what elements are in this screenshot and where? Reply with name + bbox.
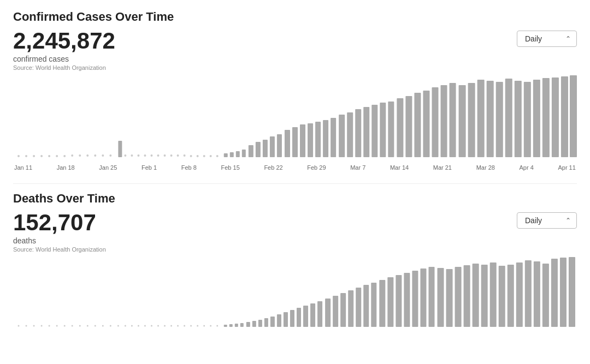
svg-point-76 (49, 325, 50, 327)
deaths-dropdown[interactable]: Daily ⌃ (517, 212, 577, 229)
svg-rect-142 (534, 261, 540, 327)
svg-point-100 (216, 325, 218, 327)
svg-point-93 (170, 325, 172, 327)
svg-point-22 (177, 154, 179, 157)
svg-point-94 (177, 325, 179, 327)
svg-point-95 (184, 325, 185, 327)
confirmed-x-axis: Jan 11 Jan 18 Jan 25 Feb 1 Feb 8 Feb 15 … (13, 164, 577, 171)
svg-rect-103 (235, 324, 238, 327)
deaths-chart-area (13, 257, 577, 339)
x-label: Feb 22 (264, 164, 282, 171)
svg-rect-129 (420, 268, 426, 327)
x-label: Mar 28 (476, 164, 495, 171)
svg-rect-31 (236, 151, 240, 157)
svg-rect-71 (570, 75, 577, 157)
svg-rect-136 (481, 265, 488, 327)
chevron-down-icon: ⌃ (565, 35, 571, 43)
svg-rect-132 (446, 269, 453, 327)
svg-point-17 (144, 154, 146, 157)
svg-point-25 (197, 155, 199, 157)
svg-point-82 (95, 325, 96, 327)
svg-rect-107 (258, 320, 262, 327)
svg-point-7 (71, 154, 73, 157)
svg-rect-54 (414, 93, 421, 157)
confirmed-chart-area: Jan 11 Jan 18 Jan 25 Feb 1 Feb 8 Feb 15 … (13, 75, 577, 174)
confirmed-stat-left: 2,245,872 confirmed cases Source: World … (13, 28, 115, 71)
x-label: Feb 15 (221, 164, 240, 171)
deaths-section: Deaths Over Time 152,707 deaths Source: … (13, 192, 577, 339)
svg-rect-144 (551, 259, 558, 327)
svg-rect-34 (256, 142, 261, 157)
svg-rect-141 (525, 260, 532, 327)
svg-rect-146 (569, 257, 575, 327)
svg-rect-35 (263, 140, 268, 157)
svg-point-96 (190, 325, 192, 327)
svg-point-81 (87, 325, 88, 327)
svg-point-12 (109, 154, 111, 157)
svg-rect-106 (252, 321, 256, 327)
svg-point-99 (210, 325, 211, 327)
svg-point-97 (197, 325, 198, 327)
svg-rect-114 (303, 306, 308, 327)
x-label: Feb 29 (307, 164, 326, 171)
chevron-down-icon: ⌃ (565, 217, 571, 224)
svg-rect-121 (356, 288, 361, 327)
svg-point-6 (63, 155, 66, 157)
svg-rect-66 (524, 82, 531, 157)
svg-rect-109 (270, 317, 275, 327)
svg-rect-39 (292, 127, 298, 157)
svg-rect-112 (290, 310, 294, 327)
confirmed-dropdown[interactable]: Daily ⌃ (517, 31, 577, 47)
svg-point-89 (144, 325, 146, 327)
x-label: Mar 21 (433, 164, 452, 171)
svg-point-3 (40, 155, 43, 157)
svg-rect-37 (277, 134, 282, 157)
confirmed-chart (13, 75, 577, 160)
svg-point-84 (110, 325, 111, 327)
svg-rect-48 (363, 107, 369, 157)
svg-rect-52 (397, 98, 403, 157)
svg-rect-133 (455, 267, 462, 327)
svg-rect-65 (515, 81, 522, 157)
svg-rect-134 (464, 265, 470, 327)
svg-rect-116 (317, 301, 322, 327)
svg-rect-124 (379, 280, 385, 327)
deaths-stat-label: deaths (13, 236, 106, 245)
svg-rect-42 (315, 122, 321, 157)
svg-point-91 (157, 325, 159, 327)
deaths-dropdown-label: Daily (525, 216, 559, 225)
svg-point-98 (203, 325, 205, 327)
svg-rect-55 (423, 91, 429, 157)
svg-point-0 (17, 155, 20, 157)
svg-point-19 (157, 154, 160, 157)
svg-rect-56 (432, 87, 438, 157)
svg-rect-123 (371, 283, 376, 327)
svg-point-86 (125, 325, 126, 327)
svg-point-18 (150, 154, 152, 157)
svg-point-75 (41, 325, 43, 327)
x-label: Feb 8 (181, 164, 197, 171)
svg-point-87 (131, 325, 133, 327)
svg-rect-30 (230, 152, 234, 157)
svg-rect-139 (508, 265, 514, 327)
svg-point-11 (102, 154, 104, 157)
svg-rect-117 (325, 299, 331, 327)
confirmed-cases-section: Confirmed Cases Over Time 2,245,872 conf… (13, 10, 577, 174)
svg-point-92 (164, 325, 166, 327)
svg-point-5 (56, 155, 58, 157)
x-label: Mar 7 (350, 164, 365, 171)
x-label: Mar 14 (390, 164, 409, 171)
svg-point-79 (72, 325, 73, 327)
svg-rect-104 (240, 323, 244, 327)
svg-rect-135 (473, 264, 479, 327)
svg-point-74 (33, 325, 35, 327)
svg-rect-122 (363, 285, 369, 327)
svg-rect-63 (496, 82, 503, 157)
svg-rect-115 (310, 303, 315, 327)
deaths-source: Source: World Health Organization (13, 246, 106, 253)
svg-rect-120 (348, 290, 353, 327)
svg-rect-102 (229, 324, 233, 327)
svg-rect-61 (477, 80, 485, 157)
svg-rect-49 (371, 105, 377, 157)
x-label: Apr 4 (520, 164, 534, 171)
